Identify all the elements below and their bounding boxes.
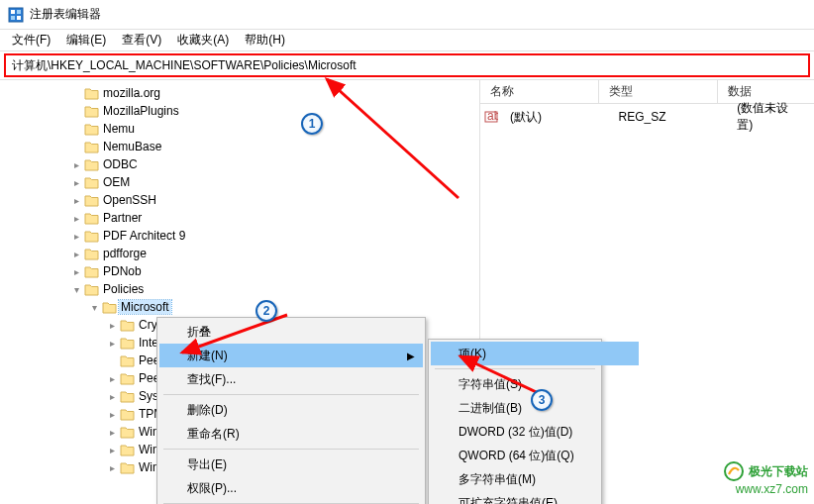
- folder-icon: [119, 389, 135, 403]
- svg-rect-3: [11, 16, 15, 20]
- cm-new-key[interactable]: 项(K): [431, 342, 639, 365]
- cm-new-qword[interactable]: QWORD (64 位)值(Q): [431, 444, 639, 467]
- tree-label: OpenSSH: [101, 193, 158, 207]
- context-menu-key: 折叠 新建(N) ▶ 查找(F)... 删除(D) 重命名(R) 导出(E) 权…: [156, 317, 426, 504]
- cm-new-multistring[interactable]: 多字符串值(M): [431, 467, 639, 491]
- folder-icon: [83, 247, 99, 260]
- tree-twisty-icon[interactable]: ▸: [105, 373, 119, 384]
- tree-item[interactable]: ▾Policies: [0, 280, 479, 298]
- tree-item[interactable]: MozillaPlugins: [0, 102, 479, 120]
- annotation-callout-3: 3: [531, 389, 553, 411]
- tree-item[interactable]: ▸Partner: [0, 209, 479, 227]
- tree-label: OEM: [101, 175, 132, 189]
- folder-icon: [119, 425, 135, 439]
- tree-item[interactable]: ▸PDF Architect 9: [0, 227, 479, 245]
- regedit-icon: [8, 7, 24, 23]
- tree-item[interactable]: ▾Microsoft: [0, 298, 479, 316]
- tree-label: pdfforge: [101, 247, 149, 260]
- tree-item[interactable]: ▸ODBC: [0, 155, 479, 173]
- cm-rename[interactable]: 重命名(R): [159, 422, 423, 446]
- tree-item[interactable]: NemuBase: [0, 138, 479, 155]
- watermark: 极光下载站 www.xz7.com: [723, 460, 808, 496]
- tree-label: Policies: [101, 282, 146, 296]
- tree-twisty-icon[interactable]: ▸: [69, 213, 83, 224]
- tree-twisty-icon[interactable]: ▸: [69, 177, 83, 188]
- tree-twisty-icon[interactable]: ▾: [87, 302, 101, 313]
- folder-icon: [119, 407, 135, 421]
- menu-file[interactable]: 文件(F): [4, 30, 58, 50]
- folder-icon: [119, 371, 135, 385]
- cm-new-dword[interactable]: DWORD (32 位)值(D): [431, 420, 639, 444]
- folder-icon: [83, 157, 99, 171]
- folder-icon: [119, 336, 135, 350]
- tree-label: PDNob: [101, 264, 144, 278]
- annotation-callout-2: 2: [255, 300, 277, 322]
- cm-delete[interactable]: 删除(D): [159, 398, 423, 422]
- value-name: (默认): [504, 109, 613, 126]
- cm-permissions[interactable]: 权限(P)...: [159, 476, 423, 500]
- value-row[interactable]: ab (默认) REG_SZ (数值未设置): [484, 108, 810, 126]
- cm-separator: [163, 449, 419, 450]
- watermark-url: www.xz7.com: [723, 482, 808, 496]
- folder-icon: [83, 140, 99, 153]
- menu-help[interactable]: 帮助(H): [237, 30, 293, 50]
- menu-favorites[interactable]: 收藏夹(A): [169, 30, 237, 50]
- tree-twisty-icon[interactable]: ▸: [105, 391, 119, 402]
- tree-twisty-icon[interactable]: ▸: [105, 338, 119, 349]
- watermark-logo-icon: [723, 460, 745, 482]
- tree-label: Partner: [101, 211, 144, 225]
- tree-twisty-icon[interactable]: ▾: [69, 284, 83, 295]
- values-body[interactable]: ab (默认) REG_SZ (数值未设置): [480, 104, 814, 130]
- cm-separator: [435, 368, 595, 369]
- string-value-icon: ab: [484, 110, 500, 124]
- tree-item[interactable]: ▸pdfforge: [0, 245, 479, 262]
- menubar: 文件(F) 编辑(E) 查看(V) 收藏夹(A) 帮助(H): [0, 30, 814, 51]
- folder-icon: [119, 460, 135, 474]
- tree-twisty-icon[interactable]: ▸: [69, 266, 83, 277]
- titlebar: 注册表编辑器: [0, 0, 814, 30]
- svg-rect-1: [11, 10, 15, 14]
- address-input[interactable]: [6, 56, 808, 74]
- watermark-brand: 极光下载站: [723, 460, 808, 482]
- folder-icon: [119, 443, 135, 456]
- tree-item[interactable]: Nemu: [0, 120, 479, 138]
- tree-twisty-icon[interactable]: ▸: [105, 409, 119, 420]
- folder-icon: [83, 229, 99, 243]
- folder-icon: [101, 300, 117, 314]
- col-type[interactable]: 类型: [599, 80, 718, 103]
- tree-item[interactable]: mozilla.org: [0, 84, 479, 102]
- tree-item[interactable]: ▸OEM: [0, 173, 479, 191]
- folder-icon: [83, 86, 99, 100]
- annotation-callout-1: 1: [301, 113, 323, 135]
- cm-collapse[interactable]: 折叠: [159, 320, 423, 344]
- context-submenu-new: 项(K) 字符串值(S) 二进制值(B) DWORD (32 位)值(D) QW…: [428, 339, 602, 504]
- cm-new-expandstring[interactable]: 可扩充字符串值(E): [431, 491, 639, 504]
- tree-twisty-icon[interactable]: ▸: [105, 462, 119, 473]
- svg-text:ab: ab: [487, 110, 498, 123]
- folder-icon: [83, 211, 99, 225]
- cm-find[interactable]: 查找(F)...: [159, 367, 423, 391]
- col-name[interactable]: 名称: [480, 80, 599, 103]
- address-bar-container: [4, 53, 810, 77]
- cm-export[interactable]: 导出(E): [159, 453, 423, 476]
- tree-label: PDF Architect 9: [101, 229, 187, 243]
- tree-label: mozilla.org: [101, 86, 162, 100]
- svg-rect-2: [17, 10, 21, 14]
- tree-twisty-icon[interactable]: ▸: [69, 159, 83, 170]
- tree-twisty-icon[interactable]: ▸: [105, 320, 119, 331]
- value-type: REG_SZ: [613, 110, 732, 124]
- tree-twisty-icon[interactable]: ▸: [105, 445, 119, 455]
- cm-new[interactable]: 新建(N) ▶: [159, 344, 423, 367]
- folder-icon: [83, 104, 99, 118]
- tree-twisty-icon[interactable]: ▸: [69, 195, 83, 206]
- menu-edit[interactable]: 编辑(E): [58, 30, 114, 50]
- tree-label: ODBC: [101, 157, 140, 171]
- tree-item[interactable]: ▸PDNob: [0, 262, 479, 280]
- tree-twisty-icon[interactable]: ▸: [105, 427, 119, 438]
- menu-view[interactable]: 查看(V): [114, 30, 169, 50]
- tree-item[interactable]: ▸OpenSSH: [0, 191, 479, 209]
- svg-point-10: [725, 462, 743, 480]
- tree-twisty-icon[interactable]: ▸: [69, 231, 83, 242]
- tree-twisty-icon[interactable]: ▸: [69, 249, 83, 259]
- tree-label: Nemu: [101, 122, 137, 136]
